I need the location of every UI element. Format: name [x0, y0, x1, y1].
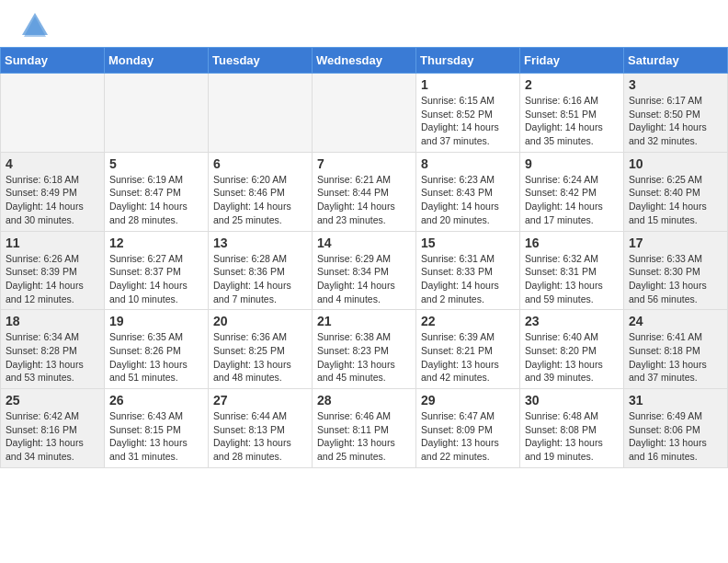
column-header-monday: Monday	[105, 48, 209, 74]
day-number: 23	[525, 314, 619, 328]
calendar-cell: 4Sunrise: 6:18 AMSunset: 8:49 PMDaylight…	[1, 152, 105, 231]
calendar-cell: 15Sunrise: 6:31 AMSunset: 8:33 PMDayligh…	[416, 231, 520, 310]
day-info: Sunrise: 6:23 AMSunset: 8:43 PMDaylight:…	[421, 173, 515, 227]
day-info: Sunrise: 6:26 AMSunset: 8:39 PMDaylight:…	[6, 252, 99, 306]
calendar-cell	[209, 74, 313, 153]
calendar-cell	[105, 74, 209, 153]
calendar-cell: 6Sunrise: 6:20 AMSunset: 8:46 PMDaylight…	[209, 152, 313, 231]
day-info: Sunrise: 6:19 AMSunset: 8:47 PMDaylight:…	[109, 173, 203, 227]
day-info: Sunrise: 6:34 AMSunset: 8:28 PMDaylight:…	[6, 330, 99, 385]
day-info: Sunrise: 6:17 AMSunset: 8:50 PMDaylight:…	[629, 94, 722, 148]
day-number: 8	[421, 156, 515, 171]
day-info: Sunrise: 6:20 AMSunset: 8:46 PMDaylight:…	[213, 173, 307, 227]
day-info: Sunrise: 6:25 AMSunset: 8:40 PMDaylight:…	[629, 173, 722, 227]
day-info: Sunrise: 6:31 AMSunset: 8:33 PMDaylight:…	[421, 252, 515, 306]
calendar-cell: 16Sunrise: 6:32 AMSunset: 8:31 PMDayligh…	[520, 231, 624, 310]
calendar-cell: 26Sunrise: 6:43 AMSunset: 8:15 PMDayligh…	[105, 389, 209, 468]
calendar-cell: 21Sunrise: 6:38 AMSunset: 8:23 PMDayligh…	[313, 310, 416, 389]
day-number: 10	[629, 156, 722, 171]
calendar-cell: 12Sunrise: 6:27 AMSunset: 8:37 PMDayligh…	[105, 231, 209, 310]
calendar-cell: 13Sunrise: 6:28 AMSunset: 8:36 PMDayligh…	[209, 231, 313, 310]
day-info: Sunrise: 6:29 AMSunset: 8:34 PMDaylight:…	[317, 252, 411, 306]
calendar-week-row: 18Sunrise: 6:34 AMSunset: 8:28 PMDayligh…	[1, 310, 728, 389]
day-info: Sunrise: 6:33 AMSunset: 8:30 PMDaylight:…	[629, 252, 722, 306]
calendar-cell: 14Sunrise: 6:29 AMSunset: 8:34 PMDayligh…	[313, 231, 416, 310]
day-info: Sunrise: 6:36 AMSunset: 8:25 PMDaylight:…	[213, 330, 307, 385]
calendar-cell: 2Sunrise: 6:16 AMSunset: 8:51 PMDaylight…	[520, 74, 624, 153]
calendar-cell	[1, 74, 105, 153]
day-number: 26	[109, 393, 203, 408]
day-number: 19	[109, 314, 203, 328]
day-info: Sunrise: 6:44 AMSunset: 8:13 PMDaylight:…	[213, 409, 307, 464]
calendar-cell: 11Sunrise: 6:26 AMSunset: 8:39 PMDayligh…	[1, 231, 105, 310]
day-info: Sunrise: 6:47 AMSunset: 8:09 PMDaylight:…	[421, 409, 515, 464]
column-header-tuesday: Tuesday	[209, 48, 313, 74]
day-info: Sunrise: 6:49 AMSunset: 8:06 PMDaylight:…	[629, 409, 722, 464]
day-number: 30	[525, 393, 619, 408]
day-info: Sunrise: 6:40 AMSunset: 8:20 PMDaylight:…	[525, 330, 619, 385]
calendar-cell	[313, 74, 416, 153]
calendar-cell: 25Sunrise: 6:42 AMSunset: 8:16 PMDayligh…	[1, 389, 105, 468]
calendar-cell: 19Sunrise: 6:35 AMSunset: 8:26 PMDayligh…	[105, 310, 209, 389]
calendar-cell: 29Sunrise: 6:47 AMSunset: 8:09 PMDayligh…	[416, 389, 520, 468]
column-header-saturday: Saturday	[624, 48, 728, 74]
day-info: Sunrise: 6:35 AMSunset: 8:26 PMDaylight:…	[109, 330, 203, 385]
day-number: 31	[629, 393, 722, 408]
calendar-table: SundayMondayTuesdayWednesdayThursdayFrid…	[0, 47, 728, 468]
day-number: 5	[109, 156, 203, 171]
day-number: 3	[629, 77, 722, 92]
calendar-cell: 30Sunrise: 6:48 AMSunset: 8:08 PMDayligh…	[520, 389, 624, 468]
day-number: 12	[109, 236, 203, 250]
day-number: 21	[317, 314, 411, 328]
calendar-cell: 18Sunrise: 6:34 AMSunset: 8:28 PMDayligh…	[1, 310, 105, 389]
calendar-cell: 28Sunrise: 6:46 AMSunset: 8:11 PMDayligh…	[313, 389, 416, 468]
calendar-cell: 23Sunrise: 6:40 AMSunset: 8:20 PMDayligh…	[520, 310, 624, 389]
day-number: 25	[6, 393, 99, 408]
column-header-wednesday: Wednesday	[313, 48, 416, 74]
calendar-cell: 17Sunrise: 6:33 AMSunset: 8:30 PMDayligh…	[624, 231, 728, 310]
column-header-friday: Friday	[520, 48, 624, 74]
day-number: 28	[317, 393, 411, 408]
calendar-cell: 9Sunrise: 6:24 AMSunset: 8:42 PMDaylight…	[520, 152, 624, 231]
day-number: 22	[421, 314, 515, 328]
calendar-cell: 7Sunrise: 6:21 AMSunset: 8:44 PMDaylight…	[313, 152, 416, 231]
calendar-cell: 3Sunrise: 6:17 AMSunset: 8:50 PMDaylight…	[624, 74, 728, 153]
day-number: 6	[213, 156, 307, 171]
day-number: 27	[213, 393, 307, 408]
day-number: 18	[6, 314, 99, 328]
day-number: 13	[213, 236, 307, 250]
day-number: 4	[6, 156, 99, 171]
day-info: Sunrise: 6:38 AMSunset: 8:23 PMDaylight:…	[317, 330, 411, 385]
day-number: 15	[421, 236, 515, 250]
day-info: Sunrise: 6:46 AMSunset: 8:11 PMDaylight:…	[317, 409, 411, 464]
day-number: 9	[525, 156, 619, 171]
calendar-cell: 24Sunrise: 6:41 AMSunset: 8:18 PMDayligh…	[624, 310, 728, 389]
day-info: Sunrise: 6:16 AMSunset: 8:51 PMDaylight:…	[525, 94, 619, 148]
calendar-cell: 31Sunrise: 6:49 AMSunset: 8:06 PMDayligh…	[624, 389, 728, 468]
column-header-sunday: Sunday	[1, 48, 105, 74]
calendar-cell: 8Sunrise: 6:23 AMSunset: 8:43 PMDaylight…	[416, 152, 520, 231]
day-number: 7	[317, 156, 411, 171]
day-info: Sunrise: 6:32 AMSunset: 8:31 PMDaylight:…	[525, 252, 619, 306]
calendar-week-row: 4Sunrise: 6:18 AMSunset: 8:49 PMDaylight…	[1, 152, 728, 231]
page-header	[0, 0, 728, 47]
calendar-cell: 20Sunrise: 6:36 AMSunset: 8:25 PMDayligh…	[209, 310, 313, 389]
calendar-cell: 22Sunrise: 6:39 AMSunset: 8:21 PMDayligh…	[416, 310, 520, 389]
calendar-week-row: 25Sunrise: 6:42 AMSunset: 8:16 PMDayligh…	[1, 389, 728, 468]
day-info: Sunrise: 6:43 AMSunset: 8:15 PMDaylight:…	[109, 409, 203, 464]
day-info: Sunrise: 6:28 AMSunset: 8:36 PMDaylight:…	[213, 252, 307, 306]
day-number: 24	[629, 314, 722, 328]
day-info: Sunrise: 6:18 AMSunset: 8:49 PMDaylight:…	[6, 173, 99, 227]
calendar-header-row: SundayMondayTuesdayWednesdayThursdayFrid…	[1, 48, 728, 74]
calendar-cell: 1Sunrise: 6:15 AMSunset: 8:52 PMDaylight…	[416, 74, 520, 153]
logo	[18, 9, 53, 42]
day-info: Sunrise: 6:39 AMSunset: 8:21 PMDaylight:…	[421, 330, 515, 385]
day-info: Sunrise: 6:42 AMSunset: 8:16 PMDaylight:…	[6, 409, 99, 464]
day-number: 16	[525, 236, 619, 250]
calendar-week-row: 11Sunrise: 6:26 AMSunset: 8:39 PMDayligh…	[1, 231, 728, 310]
day-number: 1	[421, 77, 515, 92]
column-header-thursday: Thursday	[416, 48, 520, 74]
day-number: 29	[421, 393, 515, 408]
day-number: 11	[6, 236, 99, 250]
day-info: Sunrise: 6:24 AMSunset: 8:42 PMDaylight:…	[525, 173, 619, 227]
